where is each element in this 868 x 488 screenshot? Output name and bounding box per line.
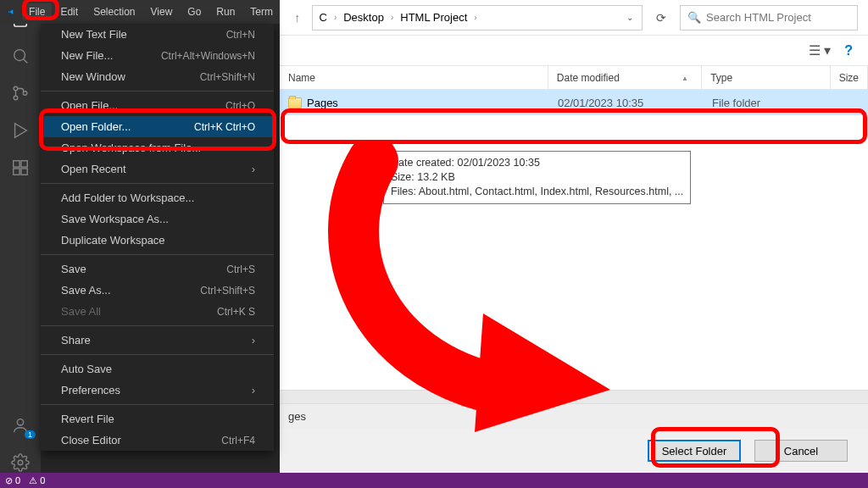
- menu-go[interactable]: Go: [181, 3, 208, 20]
- search-icon[interactable]: [10, 46, 31, 66]
- menu-open-folder[interactable]: Open Folder...Ctrl+K Ctrl+O: [41, 116, 274, 137]
- folder-tooltip: Date created: 02/01/2023 10:35 Size: 13.…: [383, 151, 691, 204]
- menu-save-all: Save AllCtrl+K S: [41, 301, 274, 322]
- menu-add-folder-workspace[interactable]: Add Folder to Workspace...: [41, 187, 274, 208]
- menu-close-editor[interactable]: Close EditorCtrl+F4: [41, 430, 274, 451]
- refresh-icon[interactable]: ⟳: [649, 8, 673, 28]
- svg-point-2: [14, 96, 18, 100]
- source-control-icon[interactable]: [10, 83, 31, 103]
- status-errors[interactable]: ⊘0: [5, 475, 20, 486]
- settings-gear-icon[interactable]: [10, 452, 31, 473]
- menu-run[interactable]: Run: [209, 3, 242, 20]
- col-size[interactable]: Size: [831, 66, 868, 89]
- dialog-address-bar: ↑ C› Desktop› HTML Project› ⌄ ⟳ 🔍 Search…: [280, 0, 868, 36]
- view-options-icon[interactable]: ☰ ▾: [809, 42, 831, 58]
- menu-new-text-file[interactable]: New Text FileCtrl+N: [41, 24, 274, 45]
- menu-open-recent[interactable]: Open Recent›: [41, 158, 274, 180]
- row-type-cell: File folder: [704, 97, 832, 109]
- menu-selection[interactable]: Selection: [86, 3, 142, 20]
- search-icon: 🔍: [687, 11, 701, 24]
- table-row[interactable]: Pages 02/01/2023 10:35 File folder: [280, 90, 868, 115]
- search-placeholder: Search HTML Project: [706, 11, 811, 24]
- menu-open-file[interactable]: Open File...Ctrl+O: [41, 95, 274, 116]
- nav-up-icon[interactable]: ↑: [290, 7, 305, 28]
- status-bar: ⊘0 ⚠0: [0, 473, 868, 488]
- folder-icon: [288, 97, 302, 108]
- vscode-logo-icon: [8, 5, 14, 19]
- menu-new-file[interactable]: New File...Ctrl+Alt+Windows+N: [41, 45, 274, 66]
- menu-duplicate-workspace[interactable]: Duplicate Workspace: [41, 230, 274, 251]
- activity-bar: [0, 0, 41, 473]
- svg-rect-4: [14, 161, 19, 167]
- menu-share[interactable]: Share›: [41, 330, 274, 351]
- menu-terminal[interactable]: Term: [243, 3, 280, 20]
- col-date[interactable]: Date modified: [548, 66, 702, 89]
- select-folder-button[interactable]: Select Folder: [648, 440, 741, 462]
- crumb-drive[interactable]: C: [316, 9, 331, 25]
- menu-file[interactable]: File: [22, 3, 52, 20]
- sort-indicator-icon: ▲: [682, 75, 688, 82]
- dialog-actions: Select Folder Cancel: [280, 429, 868, 473]
- svg-point-9: [18, 460, 23, 465]
- menu-view[interactable]: View: [144, 3, 180, 20]
- svg-point-8: [17, 419, 23, 425]
- row-name-cell: Pages: [280, 97, 549, 109]
- dialog-toolbar: ☰ ▾ ?: [280, 36, 868, 66]
- menu-edit[interactable]: Edit: [53, 3, 85, 20]
- open-folder-dialog: ↑ C› Desktop› HTML Project› ⌄ ⟳ 🔍 Search…: [280, 0, 868, 473]
- folder-name-field[interactable]: ges: [280, 403, 868, 429]
- menu-new-window[interactable]: New WindowCtrl+Shift+N: [41, 66, 274, 87]
- menu-save[interactable]: SaveCtrl+S: [41, 258, 274, 280]
- svg-rect-5: [21, 161, 27, 167]
- row-date-cell: 02/01/2023 10:35: [549, 97, 704, 109]
- search-input[interactable]: 🔍 Search HTML Project: [680, 5, 858, 30]
- help-icon[interactable]: ?: [844, 43, 853, 58]
- col-name[interactable]: Name: [280, 66, 548, 89]
- menu-save-as[interactable]: Save As...Ctrl+Shift+S: [41, 280, 274, 301]
- menu-open-workspace[interactable]: Open Workspace from File...: [41, 137, 274, 158]
- breadcrumb[interactable]: C› Desktop› HTML Project› ⌄: [312, 5, 643, 30]
- svg-point-3: [23, 92, 27, 96]
- menu-preferences[interactable]: Preferences›: [41, 380, 274, 401]
- column-headers: Name Date modified Type Size: [280, 66, 868, 90]
- svg-point-0: [14, 50, 25, 61]
- col-type[interactable]: Type: [702, 66, 830, 89]
- svg-rect-6: [14, 169, 19, 175]
- menu-revert-file[interactable]: Revert File: [41, 408, 274, 430]
- crumb-desktop[interactable]: Desktop: [340, 9, 387, 25]
- cancel-button[interactable]: Cancel: [754, 440, 848, 462]
- menu-save-workspace-as[interactable]: Save Workspace As...: [41, 208, 274, 230]
- svg-point-1: [14, 86, 18, 91]
- extensions-icon[interactable]: [10, 158, 31, 178]
- status-warnings[interactable]: ⚠0: [29, 475, 45, 486]
- menu-bar: File Edit Selection View Go Run Term: [0, 0, 280, 24]
- run-debug-icon[interactable]: [10, 120, 31, 141]
- crumb-project[interactable]: HTML Project: [397, 9, 470, 25]
- accounts-icon[interactable]: [10, 415, 31, 435]
- breadcrumb-dropdown-icon[interactable]: ⌄: [626, 13, 633, 22]
- file-menu-dropdown: New Text FileCtrl+N New File...Ctrl+Alt+…: [41, 24, 274, 451]
- svg-rect-7: [21, 169, 27, 175]
- menu-auto-save[interactable]: Auto Save: [41, 358, 274, 380]
